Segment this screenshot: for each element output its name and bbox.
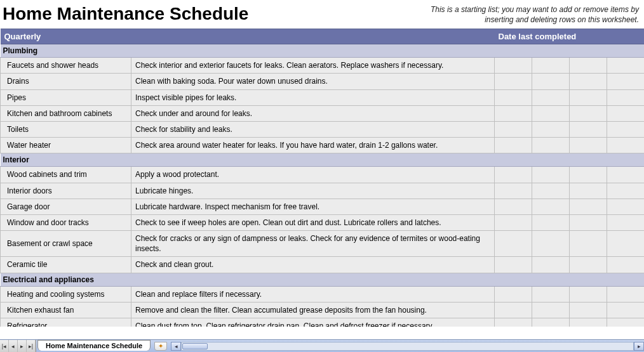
scroll-left-button[interactable]: ◂ <box>171 342 181 351</box>
prev-sheet-button[interactable]: ◂ <box>9 340 18 352</box>
item-cell[interactable]: Kitchen and bathroom cabinets <box>1 105 131 121</box>
date-cell[interactable] <box>570 257 607 273</box>
date-cell[interactable] <box>570 58 607 74</box>
description-cell[interactable]: Lubricate hardware. Inspect mechanism fo… <box>131 199 495 214</box>
date-cell[interactable] <box>607 286 645 302</box>
date-cell[interactable] <box>495 302 532 318</box>
date-cell[interactable] <box>495 257 532 273</box>
date-cell[interactable] <box>495 199 532 214</box>
description-cell[interactable]: Clean with baking soda. Pour water down … <box>131 74 495 89</box>
date-cell[interactable] <box>607 105 645 121</box>
date-cell[interactable] <box>570 74 607 89</box>
date-cell[interactable] <box>570 138 607 153</box>
date-cell[interactable] <box>532 138 570 153</box>
date-cell[interactable] <box>607 318 645 327</box>
description-cell[interactable]: Apply a wood protectant. <box>131 167 495 183</box>
date-cell[interactable] <box>495 89 532 105</box>
date-cell[interactable] <box>607 183 645 199</box>
date-cell[interactable] <box>570 302 607 318</box>
date-cell[interactable] <box>495 214 532 230</box>
date-cell[interactable] <box>532 257 570 273</box>
date-cell[interactable] <box>570 183 607 199</box>
date-cell[interactable] <box>607 121 645 137</box>
description-cell[interactable]: Check to see if weep holes are open. Cle… <box>131 214 495 230</box>
date-cell[interactable] <box>570 167 607 183</box>
date-cell[interactable] <box>532 302 570 318</box>
sheet-tab-active[interactable]: Home Maintenance Schedule <box>37 340 151 351</box>
date-cell[interactable] <box>532 231 570 257</box>
item-cell[interactable]: Heating and cooling systems <box>1 286 131 302</box>
date-cell[interactable] <box>607 74 645 89</box>
description-cell[interactable]: Remove and clean the filter. Clean accum… <box>131 302 495 318</box>
item-cell[interactable]: Basement or crawl space <box>1 231 131 257</box>
description-cell[interactable]: Clean and replace filters if necessary. <box>131 286 495 302</box>
date-cell[interactable] <box>495 74 532 89</box>
new-sheet-button[interactable]: ✦ <box>154 342 167 351</box>
date-cell[interactable] <box>532 89 570 105</box>
item-cell[interactable]: Drains <box>1 74 131 89</box>
date-cell[interactable] <box>607 89 645 105</box>
next-sheet-button[interactable]: ▸ <box>18 340 27 352</box>
date-cell[interactable] <box>495 138 532 153</box>
description-cell[interactable]: Check area around water heater for leaks… <box>131 138 495 153</box>
date-cell[interactable] <box>607 199 645 214</box>
description-cell[interactable]: Inspect visible pipes for leaks. <box>131 89 495 105</box>
scroll-track[interactable] <box>181 342 634 351</box>
date-cell[interactable] <box>570 318 607 327</box>
description-cell[interactable]: Lubricate hinges. <box>131 183 495 199</box>
scroll-thumb[interactable] <box>182 343 208 349</box>
date-cell[interactable] <box>607 214 645 230</box>
date-cell[interactable] <box>607 58 645 74</box>
date-cell[interactable] <box>495 105 532 121</box>
first-sheet-button[interactable]: |◂ <box>0 340 9 352</box>
date-cell[interactable] <box>495 183 532 199</box>
date-cell[interactable] <box>532 105 570 121</box>
date-cell[interactable] <box>570 89 607 105</box>
scroll-right-button[interactable]: ▸ <box>634 342 644 351</box>
date-cell[interactable] <box>570 286 607 302</box>
date-cell[interactable] <box>570 214 607 230</box>
date-cell[interactable] <box>532 214 570 230</box>
date-cell[interactable] <box>570 199 607 214</box>
date-cell[interactable] <box>495 286 532 302</box>
description-cell[interactable]: Check interior and exterior faucets for … <box>131 58 495 74</box>
item-cell[interactable]: Toilets <box>1 121 131 137</box>
item-cell[interactable]: Wood cabinets and trim <box>1 167 131 183</box>
date-cell[interactable] <box>607 302 645 318</box>
date-cell[interactable] <box>532 318 570 327</box>
item-cell[interactable]: Refrigerator <box>1 318 131 327</box>
date-cell[interactable] <box>532 286 570 302</box>
last-sheet-button[interactable]: ▸| <box>27 340 36 352</box>
date-cell[interactable] <box>607 231 645 257</box>
horizontal-scrollbar[interactable]: ◂ ▸ <box>171 340 644 352</box>
date-cell[interactable] <box>495 231 532 257</box>
item-cell[interactable]: Window and door tracks <box>1 214 131 230</box>
description-cell[interactable]: Check and clean grout. <box>131 257 495 273</box>
date-cell[interactable] <box>495 58 532 74</box>
date-cell[interactable] <box>570 121 607 137</box>
description-cell[interactable]: Check for stability and leaks. <box>131 121 495 137</box>
item-cell[interactable]: Garage door <box>1 199 131 214</box>
date-cell[interactable] <box>607 167 645 183</box>
date-cell[interactable] <box>570 231 607 257</box>
date-cell[interactable] <box>532 58 570 74</box>
date-cell[interactable] <box>532 199 570 214</box>
item-cell[interactable]: Pipes <box>1 89 131 105</box>
date-cell[interactable] <box>607 257 645 273</box>
date-cell[interactable] <box>532 74 570 89</box>
date-cell[interactable] <box>570 105 607 121</box>
date-cell[interactable] <box>607 138 645 153</box>
description-cell[interactable]: Clean dust from top. Clean refrigerator … <box>131 318 495 327</box>
description-cell[interactable]: Check under and around for leaks. <box>131 105 495 121</box>
date-cell[interactable] <box>532 183 570 199</box>
item-cell[interactable]: Faucets and shower heads <box>1 58 131 74</box>
item-cell[interactable]: Ceramic tile <box>1 257 131 273</box>
item-cell[interactable]: Water heater <box>1 138 131 153</box>
item-cell[interactable]: Interior doors <box>1 183 131 199</box>
date-cell[interactable] <box>495 121 532 137</box>
date-cell[interactable] <box>532 167 570 183</box>
date-cell[interactable] <box>495 318 532 327</box>
date-cell[interactable] <box>532 121 570 137</box>
description-cell[interactable]: Check for cracks or any sign of dampness… <box>131 231 495 257</box>
date-cell[interactable] <box>495 167 532 183</box>
